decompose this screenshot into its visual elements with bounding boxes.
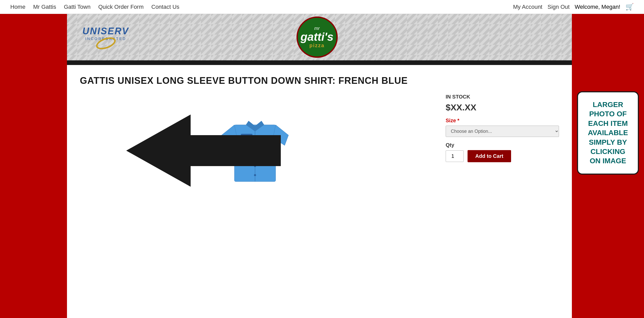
qty-label: Qty (446, 142, 559, 148)
nav-home[interactable]: Home (10, 4, 26, 10)
nav-links: Home Mr Gattis Gatti Town Quick Order Fo… (10, 4, 179, 10)
nav-mr-gattis[interactable]: Mr Gattis (33, 4, 56, 10)
top-navigation: Home Mr Gattis Gatti Town Quick Order Fo… (0, 0, 644, 14)
callout-line2: PHOTO OF (583, 109, 633, 119)
size-select[interactable]: Choose an Option... XS S M L XL 2XL (446, 126, 559, 137)
product-price: $XX.XX (446, 102, 559, 112)
callout-line7: ON IMAGE (583, 156, 633, 166)
welcome-message: Welcome, Megan! (575, 4, 620, 10)
stock-status: IN STOCK (446, 94, 559, 100)
callout-line5: SIMPLY BY (583, 138, 633, 147)
callout-text: LARGER PHOTO OF EACH ITEM AVAILABLE SIMP… (583, 100, 633, 166)
nav-contact-us[interactable]: Contact Us (151, 4, 180, 10)
nav-quick-order[interactable]: Quick Order Form (98, 4, 143, 10)
callout-line1: LARGER (583, 100, 633, 109)
product-main: gatti's IN STOCK $XX.XX Size * (80, 94, 559, 192)
size-label: Size * (446, 118, 559, 124)
uniserv-logo: UNISERV INCORPORATED (82, 26, 129, 48)
nav-gatti-town[interactable]: Gatti Town (64, 4, 91, 10)
gattis-logo[interactable]: mr gatti's pizza (296, 17, 338, 58)
page-wrapper: UNISERV INCORPORATED mr gatti's pizza (0, 14, 644, 318)
site-header: UNISERV INCORPORATED mr gatti's pizza (67, 14, 572, 60)
right-sidebar: LARGER PHOTO OF EACH ITEM AVAILABLE SIMP… (572, 14, 644, 318)
gattis-logo-circle: mr gatti's pizza (296, 17, 338, 58)
nav-user-area: My Account Sign Out Welcome, Megan! 🛒 (513, 3, 634, 11)
qty-input[interactable] (446, 150, 464, 162)
add-to-cart-button[interactable]: Add to Cart (468, 150, 511, 162)
qty-row: Add to Cart (446, 150, 559, 162)
left-sidebar (0, 14, 67, 318)
center-content: UNISERV INCORPORATED mr gatti's pizza (67, 14, 572, 318)
svg-marker-9 (126, 115, 281, 187)
uniserv-name: UNISERV (82, 26, 129, 36)
cart-icon[interactable]: 🛒 (625, 3, 634, 11)
callout-box: LARGER PHOTO OF EACH ITEM AVAILABLE SIMP… (577, 91, 639, 175)
product-title: GATTIS UNISEX LONG SLEEVE BUTTON DOWN SH… (80, 75, 559, 86)
nav-my-account[interactable]: My Account (513, 4, 543, 10)
size-required-asterisk: * (457, 118, 460, 123)
product-content: GATTIS UNISEX LONG SLEEVE BUTTON DOWN SH… (67, 65, 572, 202)
black-bar (67, 60, 572, 65)
callout-line6: CLICKING (583, 147, 633, 156)
callout-line3: EACH ITEM (583, 119, 633, 128)
gattis-pizza-text: pizza (301, 43, 334, 48)
callout-line4: AVAILABLE (583, 128, 633, 137)
product-arrow (126, 115, 281, 187)
nav-sign-out[interactable]: Sign Out (547, 4, 570, 10)
gattis-logo-text: mr gatti's pizza (301, 26, 334, 48)
product-details: IN STOCK $XX.XX Size * Choose an Option.… (446, 94, 559, 192)
product-image-area[interactable]: gatti's (80, 94, 430, 192)
gattis-main-text: gatti's (301, 31, 334, 43)
